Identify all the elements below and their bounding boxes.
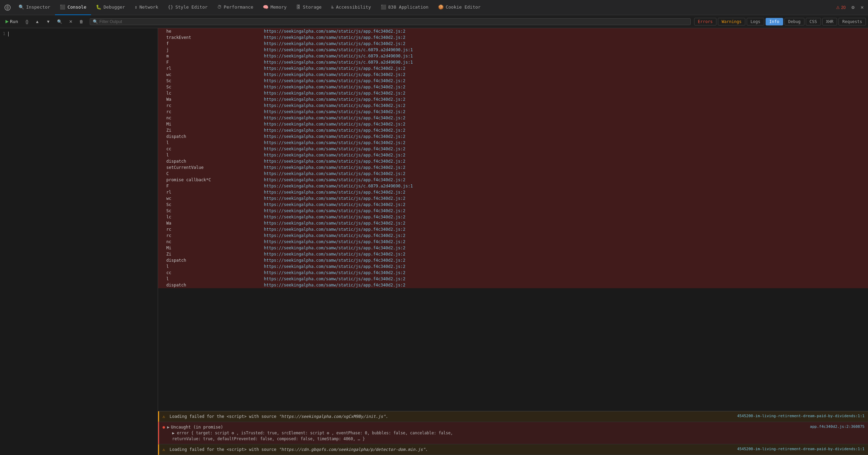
stack-url[interactable]: https://seekingalpha.com/samw/static/js/… bbox=[264, 91, 865, 96]
warnings-filter-button[interactable]: Warnings bbox=[718, 18, 745, 25]
prev-button[interactable]: ▲ bbox=[33, 18, 42, 25]
stack-url[interactable]: https://seekingalpha.com/samw/static/js/… bbox=[264, 72, 865, 77]
stack-url[interactable]: https://seekingalpha.com/samw/static/js/… bbox=[264, 54, 865, 58]
close-icon: ✕ bbox=[860, 5, 864, 10]
stack-url[interactable]: https://seekingalpha.com/samw/static/js/… bbox=[264, 116, 865, 120]
stack-url[interactable]: https://seekingalpha.com/samw/static/js/… bbox=[264, 153, 865, 158]
info-filter-button[interactable]: Info bbox=[766, 18, 783, 25]
warning-location-1[interactable]: 4545200-im-living-retirement-dream-paid-… bbox=[737, 413, 865, 419]
filter-bar[interactable]: 🔍 bbox=[90, 18, 690, 25]
stack-url[interactable]: https://seekingalpha.com/samw/static/js/… bbox=[264, 208, 865, 213]
stack-url[interactable]: https://seekingalpha.com/samw/static/js/… bbox=[264, 159, 865, 164]
stack-function-name: f bbox=[161, 41, 264, 46]
style-editor-icon: {} bbox=[168, 4, 174, 10]
stack-function-name: Wa bbox=[161, 221, 264, 226]
stack-url[interactable]: https://seekingalpha.com/samw/static/js/… bbox=[264, 246, 865, 250]
logs-filter-button[interactable]: Logs bbox=[747, 18, 764, 25]
tab-debugger[interactable]: 🐛 Debugger bbox=[91, 0, 130, 15]
stack-url[interactable]: https://seekingalpha.com/samw/static/js/… bbox=[264, 264, 865, 269]
stack-url[interactable]: https://seekingalpha.com/samw/static/js/… bbox=[264, 140, 865, 145]
stack-function-name: Sc bbox=[161, 78, 264, 83]
clear-button[interactable]: ✕ bbox=[66, 18, 75, 25]
warning-location-2[interactable]: 4545200-im-living-retirement-dream-paid-… bbox=[737, 446, 865, 452]
tab-memory[interactable]: 🧠 Memory bbox=[258, 0, 291, 15]
stack-url[interactable]: https://seekingalpha.com/samw/static/js/… bbox=[264, 97, 865, 102]
table-row: rchttps://seekingalpha.com/samw/static/j… bbox=[158, 109, 868, 115]
devtools-logo bbox=[1, 1, 14, 14]
stack-url[interactable]: https://seekingalpha.com/samw/static/js/… bbox=[264, 47, 865, 52]
xhr-filter-button[interactable]: XHR bbox=[822, 18, 837, 25]
stack-function-name: wc bbox=[161, 72, 264, 77]
next-button[interactable]: ▼ bbox=[43, 18, 53, 25]
stack-url[interactable]: https://seekingalpha.com/samw/static/js/… bbox=[264, 196, 865, 201]
stack-url[interactable]: https://seekingalpha.com/samw/static/js/… bbox=[264, 177, 865, 182]
requests-label: Requests bbox=[842, 19, 862, 24]
expand-icon-1[interactable]: ▶ bbox=[167, 424, 169, 430]
stack-url[interactable]: https://seekingalpha.com/samw/static/js/… bbox=[264, 147, 865, 151]
tab-network[interactable]: ↕ Network bbox=[130, 0, 163, 15]
stack-url[interactable]: https://seekingalpha.com/samw/static/js/… bbox=[264, 233, 865, 238]
stack-url[interactable]: https://seekingalpha.com/samw/static/js/… bbox=[264, 277, 865, 281]
stack-url[interactable]: https://seekingalpha.com/samw/static/js/… bbox=[264, 60, 865, 65]
stack-url[interactable]: https://seekingalpha.com/samw/static/js/… bbox=[264, 85, 865, 89]
format-button[interactable]: {} bbox=[23, 18, 31, 25]
tab-accessibility[interactable]: ♿ Accessibility bbox=[326, 0, 376, 15]
trash-button[interactable]: 🗑 bbox=[77, 18, 86, 25]
stack-url[interactable]: https://seekingalpha.com/samw/static/js/… bbox=[264, 270, 865, 275]
stack-url[interactable]: https://seekingalpha.com/samw/static/js/… bbox=[264, 41, 865, 46]
stack-url[interactable]: https://seekingalpha.com/samw/static/js/… bbox=[264, 78, 865, 83]
stack-url[interactable]: https://seekingalpha.com/samw/static/js/… bbox=[264, 283, 865, 288]
error-location-1[interactable]: app.f4c340d2.js:2:360875 bbox=[810, 424, 865, 430]
stack-function-name: l bbox=[161, 264, 264, 269]
tab-style-editor[interactable]: {} Style Editor bbox=[163, 0, 213, 15]
stack-url[interactable]: https://seekingalpha.com/samw/static/js/… bbox=[264, 128, 865, 133]
close-button[interactable]: ✕ bbox=[858, 4, 867, 11]
tab-style-editor-label: Style Editor bbox=[175, 4, 208, 10]
errors-label: Errors bbox=[698, 19, 713, 24]
error-count-button[interactable]: ⚠ 20 bbox=[833, 4, 848, 11]
xhr-label: XHR bbox=[826, 19, 834, 24]
settings-button[interactable]: ⚙ bbox=[848, 4, 858, 11]
tab-application[interactable]: ⬛ 838 Application bbox=[376, 0, 433, 15]
stack-function-name: Mi bbox=[161, 246, 264, 250]
tab-console[interactable]: ⬛ Console bbox=[55, 0, 91, 15]
stack-url[interactable]: https://seekingalpha.com/samw/static/js/… bbox=[264, 103, 865, 108]
stack-url[interactable]: https://seekingalpha.com/samw/static/js/… bbox=[264, 215, 865, 219]
stack-url[interactable]: https://seekingalpha.com/samw/static/js/… bbox=[264, 171, 865, 176]
stack-url[interactable]: https://seekingalpha.com/samw/static/js/… bbox=[264, 134, 865, 139]
table-row: rchttps://seekingalpha.com/samw/static/j… bbox=[158, 226, 868, 232]
stack-url[interactable]: https://seekingalpha.com/samw/static/js/… bbox=[264, 221, 865, 226]
stack-url[interactable]: https://seekingalpha.com/samw/static/js/… bbox=[264, 239, 865, 244]
tab-inspector[interactable]: 🔍 Inspector bbox=[14, 0, 55, 15]
run-button[interactable]: Run bbox=[2, 18, 21, 25]
tab-performance-label: Performance bbox=[224, 4, 253, 10]
stack-url[interactable]: https://seekingalpha.com/samw/static/js/… bbox=[264, 109, 865, 114]
requests-filter-button[interactable]: Requests bbox=[838, 18, 866, 25]
stack-url[interactable]: https://seekingalpha.com/samw/static/js/… bbox=[264, 165, 865, 170]
errors-filter-button[interactable]: Errors bbox=[694, 18, 716, 25]
tab-cookie-editor[interactable]: 🍪 Cookie Editor bbox=[433, 0, 486, 15]
filter-input[interactable] bbox=[99, 19, 687, 24]
stack-trace-area[interactable]: hehttps://seekingalpha.com/samw/static/j… bbox=[158, 28, 868, 411]
search-button[interactable]: 🔍 bbox=[54, 18, 65, 25]
stack-url[interactable]: https://seekingalpha.com/samw/static/js/… bbox=[264, 29, 865, 34]
application-icon: ⬛ bbox=[381, 4, 386, 10]
stack-url[interactable]: https://seekingalpha.com/samw/static/js/… bbox=[264, 122, 865, 127]
stack-url[interactable]: https://seekingalpha.com/samw/static/js/… bbox=[264, 184, 865, 188]
tab-network-label: Network bbox=[140, 4, 158, 10]
stack-url[interactable]: https://seekingalpha.com/samw/static/js/… bbox=[264, 35, 865, 40]
run-label: Run bbox=[10, 19, 18, 24]
table-row: mhttps://seekingalpha.com/samw/static/js… bbox=[158, 53, 868, 59]
debug-filter-button[interactable]: Debug bbox=[784, 18, 804, 25]
stack-url[interactable]: https://seekingalpha.com/samw/static/js/… bbox=[264, 202, 865, 207]
tab-performance[interactable]: ⏱ Performance bbox=[212, 0, 258, 15]
debug-label: Debug bbox=[788, 19, 801, 24]
tab-storage[interactable]: 🗄 Storage bbox=[291, 0, 326, 15]
css-filter-button[interactable]: CSS bbox=[806, 18, 821, 25]
stack-url[interactable]: https://seekingalpha.com/samw/static/js/… bbox=[264, 227, 865, 232]
stack-url[interactable]: https://seekingalpha.com/samw/static/js/… bbox=[264, 258, 865, 263]
stack-url[interactable]: https://seekingalpha.com/samw/static/js/… bbox=[264, 190, 865, 195]
performance-icon: ⏱ bbox=[217, 4, 222, 10]
stack-url[interactable]: https://seekingalpha.com/samw/static/js/… bbox=[264, 66, 865, 71]
stack-url[interactable]: https://seekingalpha.com/samw/static/js/… bbox=[264, 252, 865, 257]
